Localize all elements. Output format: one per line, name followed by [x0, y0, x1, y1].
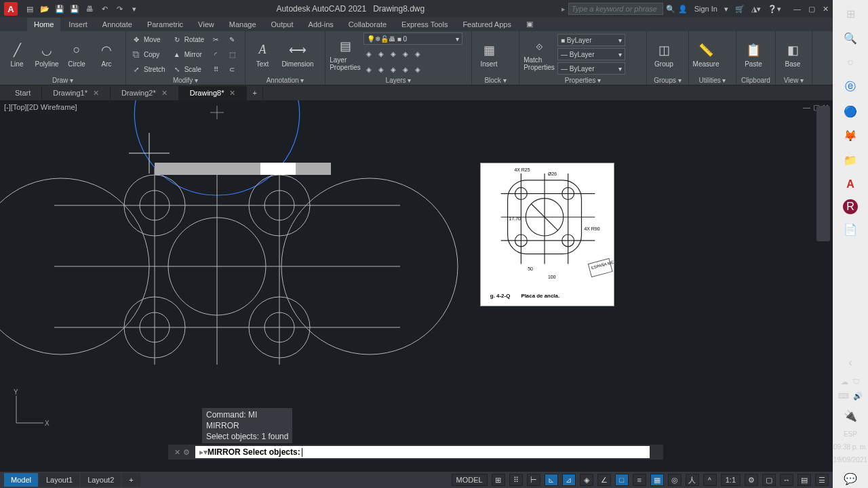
new-icon[interactable]: ▤: [24, 3, 35, 14]
text-button[interactable]: AText: [248, 40, 277, 69]
layer-tool-10[interactable]: ◈: [412, 62, 423, 76]
status-scale[interactable]: 1:1: [721, 474, 741, 486]
status-model[interactable]: MODEL: [452, 474, 488, 486]
panel-title-draw[interactable]: Draw ▾: [3, 76, 123, 85]
status-units-icon[interactable]: ↔: [780, 474, 793, 486]
sign-in-link[interactable]: Sign In: [694, 5, 717, 13]
status-qprops-icon[interactable]: ▤: [797, 474, 811, 486]
lineweight-dropdown[interactable]: — ByLayer▾: [557, 48, 625, 60]
stretch-button[interactable]: ⤢Stretch: [129, 62, 168, 76]
open-icon[interactable]: 📂: [39, 3, 50, 14]
mirror-button[interactable]: ▲Mirror: [170, 47, 207, 61]
status-custom-icon[interactable]: ☰: [815, 474, 829, 486]
status-trans-icon[interactable]: ▦: [650, 474, 664, 486]
measure-button[interactable]: 📏Measure: [692, 40, 720, 69]
status-ortho-icon[interactable]: ⊾: [545, 474, 558, 486]
status-polar-icon[interactable]: ⊿: [562, 474, 576, 486]
fillet-button[interactable]: ◜: [208, 47, 223, 61]
file-tab-drawing8[interactable]: Drawing8*✕: [179, 86, 248, 100]
close-icon[interactable]: ✕: [93, 89, 99, 98]
drawing-area[interactable]: [-][Top][2D Wireframe] — ▢ ✕: [0, 100, 833, 472]
tray-notifications-icon[interactable]: 💬: [841, 469, 860, 488]
panel-title-util[interactable]: Utilities ▾: [692, 76, 733, 85]
close-icon[interactable]: ✕: [823, 5, 829, 13]
status-otrack-icon[interactable]: ∠: [597, 474, 611, 486]
layer-tool-2[interactable]: ◈: [376, 47, 387, 60]
undo-icon[interactable]: ↶: [99, 3, 110, 14]
acrobat-icon[interactable]: 📄: [841, 220, 860, 239]
tray-time[interactable]: 09:38 p. m.: [833, 443, 867, 451]
canvas[interactable]: [0, 100, 833, 453]
array-button[interactable]: ⠿: [208, 62, 223, 76]
layout-add[interactable]: +: [122, 473, 140, 487]
tray-lang[interactable]: ESP: [844, 430, 857, 438]
cmd-close-icon[interactable]: ✕: [174, 448, 180, 457]
status-iso-icon[interactable]: ◈: [580, 474, 593, 486]
status-lw-icon[interactable]: ≡: [633, 474, 646, 486]
layout-2[interactable]: Layout2: [81, 473, 121, 487]
qat-dropdown-icon[interactable]: ▾: [129, 3, 140, 14]
minimize-icon[interactable]: —: [793, 5, 801, 13]
insert-button[interactable]: ▦Insert: [475, 40, 503, 69]
file-tab-start[interactable]: Start: [4, 86, 42, 100]
tray-onedrive-icon[interactable]: ☁: [841, 378, 848, 386]
layout-1[interactable]: Layout1: [39, 473, 79, 487]
file-tab-drawing2[interactable]: Drawing2*✕: [111, 86, 179, 100]
close-icon[interactable]: ✕: [161, 89, 167, 98]
layer-tool-4[interactable]: ◈: [400, 47, 411, 60]
layer-tool-9[interactable]: ◈: [400, 62, 411, 76]
tab-collaborate[interactable]: Collaborate: [342, 18, 393, 31]
tray-date[interactable]: 19/09/2021: [833, 456, 867, 464]
offset-button[interactable]: ⊂: [224, 62, 239, 76]
app-r-icon[interactable]: R: [843, 199, 858, 214]
layer-tool-6[interactable]: ◈: [363, 62, 374, 76]
layer-dropdown[interactable]: 💡❄🔓🖶 ■ 0▾: [363, 33, 462, 45]
status-snap-icon[interactable]: ⠿: [509, 474, 523, 486]
tab-view[interactable]: View: [191, 18, 221, 31]
app-logo[interactable]: A: [4, 2, 18, 16]
copy-button[interactable]: ⿻Copy: [129, 47, 168, 61]
user-icon[interactable]: 👤: [678, 5, 688, 14]
panel-title-groups[interactable]: Groups ▾: [650, 76, 686, 85]
panel-title-annot[interactable]: Annotation ▾: [248, 76, 322, 85]
tray-network-icon[interactable]: 🔌: [841, 406, 860, 425]
start-icon[interactable]: ⊞: [841, 4, 860, 23]
status-annoauto-icon[interactable]: ᴬ: [703, 474, 717, 486]
layer-tool-5[interactable]: ◈: [412, 47, 423, 60]
tab-featured[interactable]: Featured Apps: [456, 18, 518, 31]
edge-icon[interactable]: ⓔ: [841, 77, 860, 96]
match-props-button[interactable]: ⟐Match Properties: [522, 36, 556, 73]
line-button[interactable]: ╱Line: [3, 40, 31, 69]
status-infer-icon[interactable]: ⊢: [527, 474, 540, 486]
close-icon[interactable]: ✕: [229, 89, 235, 98]
help-icon[interactable]: ❔▾: [768, 5, 781, 14]
polyline-button[interactable]: ◡Polyline: [33, 40, 61, 69]
search-icon[interactable]: 🔍: [666, 5, 675, 14]
paste-button[interactable]: 📋Paste: [739, 40, 768, 69]
panel-title-view[interactable]: View ▾: [778, 76, 809, 85]
new-tab-button[interactable]: +: [247, 86, 262, 100]
status-ws-icon[interactable]: ⚙: [745, 474, 758, 486]
save-icon[interactable]: 💾: [54, 3, 65, 14]
circle-button[interactable]: ○Circle: [62, 40, 91, 69]
dimension-button[interactable]: ⟷Dimension: [278, 40, 317, 69]
move-button[interactable]: ✥Move: [129, 33, 168, 46]
layout-model[interactable]: Model: [4, 473, 38, 487]
panel-title-props[interactable]: Properties ▾: [522, 76, 644, 85]
search-arrow-icon[interactable]: ▸: [561, 5, 566, 14]
maximize-icon[interactable]: ▢: [808, 5, 815, 13]
status-osnap-icon[interactable]: □: [615, 474, 629, 486]
cortana-icon[interactable]: ○: [841, 53, 860, 72]
base-button[interactable]: ◧Base: [778, 40, 807, 69]
trim-button[interactable]: ✂: [208, 33, 223, 46]
plot-icon[interactable]: 🖶: [84, 3, 95, 14]
tray-keyboard-icon[interactable]: ⌨: [838, 392, 849, 401]
saveas-icon[interactable]: 💾: [69, 3, 80, 14]
color-dropdown[interactable]: ■ ByLayer▾: [557, 34, 625, 46]
scale-button[interactable]: ⤡Scale: [170, 62, 207, 76]
chrome-icon[interactable]: 🔵: [841, 102, 860, 121]
rotate-button[interactable]: ↻Rotate: [170, 33, 207, 46]
status-grid-icon[interactable]: ⊞: [492, 474, 505, 486]
firefox-icon[interactable]: 🦊: [841, 126, 860, 145]
panel-title-block[interactable]: Block ▾: [475, 76, 516, 85]
